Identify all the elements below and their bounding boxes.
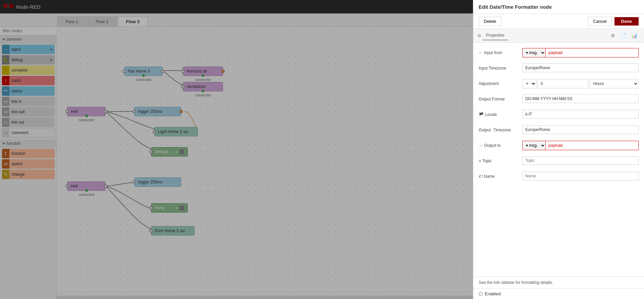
adjustment-unit-select[interactable]: Hours Minutes Seconds	[590, 79, 639, 88]
modal-title: Edit Date/Time Formatter node	[473, 0, 644, 14]
locale-input[interactable]	[522, 110, 639, 119]
output-format-label: Output Format	[479, 94, 522, 101]
tab-gear-icon[interactable]: ⚙	[608, 31, 618, 40]
output-to-label: → Output to	[479, 141, 522, 148]
locale-flag-icon: 🏴	[479, 112, 484, 117]
delete-button[interactable]: Delete	[479, 17, 501, 26]
output-to-field: ▾ msg.	[522, 141, 639, 150]
topic-row: ≡ Topic	[479, 156, 639, 167]
name-icon: 🏷	[479, 174, 483, 179]
modal-enabled-row: Enabled	[473, 288, 644, 299]
modal-overlay: Edit Date/Time Formatter node Delete Can…	[0, 0, 644, 299]
done-button[interactable]: Done	[614, 17, 639, 26]
output-timezone-row: Output Timezone	[479, 125, 639, 136]
modal-body: ← Input from ▾ msg. Input Timezone	[473, 43, 644, 276]
arrow-left-icon: ←	[479, 50, 483, 55]
input-from-dropdown[interactable]: ▾ msg.	[523, 48, 546, 57]
tab-properties[interactable]: Properties	[483, 31, 508, 40]
modal-spacer	[0, 0, 473, 299]
edit-modal: Edit Date/Time Formatter node Delete Can…	[473, 0, 644, 299]
adjustment-value-input[interactable]	[538, 79, 588, 88]
arrow-right-icon: →	[479, 143, 483, 148]
locale-label: 🏴 Locale	[479, 110, 522, 117]
adjustment-sign-select[interactable]: + -	[522, 79, 536, 88]
output-to-dropdown[interactable]: ▾ msg.	[523, 141, 546, 150]
name-label: 🏷 Name	[479, 172, 522, 179]
adjustment-controls: + - Hours Minutes Seconds	[522, 79, 639, 88]
modal-tab-bar: ⚙ Properties ⚙ 📄 📊	[473, 29, 644, 43]
input-from-field: ▾ msg.	[522, 48, 639, 57]
cancel-button[interactable]: Cancel	[588, 17, 611, 26]
modal-actions: Delete Cancel Done	[473, 14, 644, 29]
topic-label: ≡ Topic	[479, 156, 522, 163]
tab-doc-icon[interactable]: 📄	[618, 31, 629, 40]
tab-grid-icon[interactable]: 📊	[629, 31, 640, 40]
enabled-label: Enabled	[485, 291, 501, 296]
adjustment-row: Adjustment + - Hours Minutes Seconds	[479, 79, 639, 90]
properties-gear-icon: ⚙	[477, 33, 481, 38]
output-to-row: → Output to ▾ msg.	[479, 141, 639, 152]
output-format-row: Output Format	[479, 94, 639, 105]
name-row: 🏷 Name	[479, 172, 639, 182]
output-to-input[interactable]	[546, 141, 638, 150]
input-timezone-input[interactable]	[522, 63, 639, 72]
main-area: ▾ common → inject ≡ 🐛 debug ≡ ! complete…	[0, 27, 644, 299]
topic-input[interactable]	[522, 156, 639, 165]
input-from-row: ← Input from ▾ msg.	[479, 48, 639, 59]
output-timezone-input[interactable]	[522, 125, 639, 134]
modal-footer: See the info sidebar for formatting deta…	[473, 276, 644, 288]
output-format-input[interactable]	[522, 94, 639, 103]
input-from-label: ← Input from	[479, 48, 522, 55]
locale-row: 🏴 Locale	[479, 110, 639, 121]
topic-icon: ≡	[479, 159, 481, 163]
input-timezone-label: Input Timezone	[479, 63, 522, 71]
enabled-radio[interactable]	[479, 292, 483, 296]
input-from-input[interactable]	[546, 49, 638, 57]
output-timezone-label: Output Timezone	[479, 125, 522, 132]
name-input[interactable]	[522, 172, 639, 180]
adjustment-label: Adjustment	[479, 79, 522, 86]
input-timezone-row: Input Timezone	[479, 63, 639, 74]
